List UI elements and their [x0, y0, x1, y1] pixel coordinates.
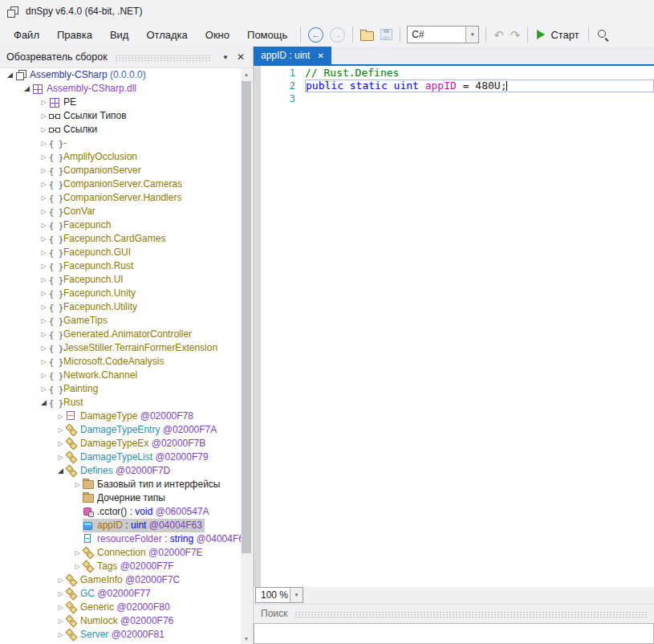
expander-icon[interactable]: ▷ — [55, 614, 66, 628]
tree-row[interactable]: ◢Assembly-CSharp (0.0.0.0) — [0, 68, 253, 82]
tree-row[interactable]: ▷ConVar — [0, 205, 253, 218]
tab-appid[interactable]: appID : uint ✕ — [254, 47, 331, 64]
tree-item-content[interactable]: Painting — [49, 382, 100, 396]
tree-row[interactable]: ▷Microsoft.CodeAnalysis — [0, 355, 253, 369]
expander-icon[interactable]: ▷ — [72, 560, 83, 573]
navigate-forward-button[interactable]: → — [327, 25, 348, 44]
tree-row[interactable]: ▷Generated.AnimatorController — [0, 328, 253, 341]
panel-drag-texture[interactable] — [295, 611, 648, 618]
expander-icon[interactable]: ▷ — [55, 573, 66, 587]
scrollbar-thumb[interactable] — [242, 81, 251, 553]
expander-icon[interactable]: ◢ — [39, 396, 49, 410]
tree-row[interactable]: ▷Facepunch.Rust — [0, 259, 253, 273]
expander-icon[interactable]: ◢ — [55, 464, 66, 478]
tree-item-content[interactable]: Facepunch.CardGames — [49, 232, 168, 246]
code-editor[interactable]: 1// Rust.Defines2public static uint appI… — [254, 66, 654, 587]
tree-item-content[interactable]: Assembly-CSharp.dll — [32, 82, 139, 96]
expander-icon[interactable]: ▷ — [39, 123, 49, 137]
tree-row[interactable]: ▷JesseStiller.TerrainFormerExtension — [0, 341, 253, 355]
expander-icon[interactable]: ▷ — [55, 437, 66, 450]
tree-item-content[interactable]: CompanionServer — [49, 164, 144, 177]
tree-item-content[interactable]: DamageTypeEntry @02000F7A — [66, 423, 219, 437]
tree-row[interactable]: ▷GameInfo @02000F7C — [0, 573, 253, 587]
tree-row[interactable]: ▷PE — [0, 96, 253, 109]
tree-row[interactable]: ▷Painting — [0, 382, 253, 396]
expander-icon[interactable]: ▷ — [55, 450, 66, 464]
tree-item-content[interactable]: Numlock @02000F76 — [66, 614, 176, 628]
tree-row[interactable]: ▷DamageTypeEntry @02000F7A — [0, 423, 253, 437]
open-file-button[interactable] — [357, 25, 377, 44]
expander-icon[interactable]: ▷ — [55, 628, 66, 642]
tree-item-content[interactable]: Ссылки — [49, 123, 100, 137]
expander-icon[interactable]: ▷ — [39, 191, 49, 205]
expander-icon[interactable]: ▷ — [55, 410, 66, 423]
expander-icon[interactable]: ▷ — [39, 287, 49, 300]
tree-row[interactable]: ▷Facepunch.Utility — [0, 300, 253, 314]
expander-icon[interactable]: ▷ — [39, 314, 49, 328]
tree-item-content[interactable]: Generic @02000F80 — [66, 601, 173, 614]
expander-icon[interactable]: ▷ — [39, 328, 49, 341]
tree-item-content[interactable]: appID : uint @04004F63 — [83, 519, 205, 532]
tree-item-content[interactable]: CompanionServer.Handlers — [49, 191, 184, 205]
tree-row[interactable]: ▷DamageType @02000F78 — [0, 410, 253, 423]
tree-item-content[interactable]: Network.Channel — [49, 369, 140, 382]
tree-item-content[interactable]: Defines @02000F7D — [66, 464, 173, 478]
expander-icon[interactable]: ◢ — [5, 68, 15, 82]
tree-row[interactable]: ▷CompanionServer.Handlers — [0, 191, 253, 205]
menu-item-Файл[interactable]: Файл — [5, 26, 48, 44]
tab-close-icon[interactable]: ✕ — [317, 51, 323, 60]
code-line[interactable]: 2public static uint appID = 480U; — [254, 79, 654, 92]
expander-icon[interactable]: ▷ — [55, 423, 66, 437]
tree-row[interactable]: ◢Defines @02000F7D — [0, 464, 253, 478]
expander-icon[interactable]: ▷ — [39, 355, 49, 369]
expander-icon[interactable]: ▷ — [72, 478, 83, 491]
expander-icon[interactable]: ▷ — [39, 164, 49, 177]
tree-item-content[interactable]: resourceFolder : string @04004F64 — [83, 532, 252, 546]
tree-item-content[interactable]: Connection @02000F7E — [83, 546, 205, 560]
chevron-down-icon[interactable]: ▼ — [465, 26, 478, 43]
tree-scrollbar[interactable]: ▲ ▼ — [241, 68, 252, 644]
tree-item-content[interactable]: DamageTypeList @02000F79 — [66, 450, 211, 464]
code-text[interactable] — [305, 92, 654, 105]
tree-item-content[interactable]: Facepunch.Unity — [49, 287, 138, 300]
tree-item-content[interactable]: Facepunch.UI — [49, 273, 126, 287]
navigate-back-button[interactable]: ← — [305, 25, 327, 44]
tree-row[interactable]: ▷CompanionServer.Cameras — [0, 177, 253, 191]
tree-item-content[interactable]: Базовый тип и интерфейсы — [83, 478, 222, 491]
tree-row[interactable]: ▷DamageTypeList @02000F79 — [0, 450, 253, 464]
tree-item-content[interactable]: Rust — [49, 396, 86, 410]
code-text[interactable]: public static uint appID = 480U; — [305, 79, 654, 92]
tree-row[interactable]: .cctor() : void @0600547A — [0, 505, 253, 519]
tree-row[interactable]: appID : uint @04004F63 — [0, 519, 253, 532]
tree-row[interactable]: ▷Generic @02000F80 — [0, 601, 253, 614]
tree-row[interactable]: ▷Network.Channel — [0, 369, 253, 382]
tree-row[interactable]: ▷- — [0, 137, 253, 150]
tree-row[interactable]: ▷Facepunch.Unity — [0, 287, 253, 300]
menu-item-Отладка[interactable]: Отладка — [137, 26, 196, 44]
tree-row[interactable]: resourceFolder : string @04004F64 — [0, 532, 253, 546]
tree-item-content[interactable]: DamageTypeEx @02000F7B — [66, 437, 208, 450]
tree-item-content[interactable]: JesseStiller.TerrainFormerExtension — [49, 341, 220, 355]
expander-icon[interactable]: ▷ — [55, 587, 66, 601]
scroll-up-icon[interactable]: ▲ — [241, 68, 252, 79]
expander-icon[interactable]: ▷ — [39, 382, 49, 396]
tree-row[interactable]: ▷Ссылки Типов — [0, 109, 253, 123]
tree-item-content[interactable]: Tags @02000F7F — [83, 560, 177, 573]
tree-item-content[interactable]: Facepunch.GUI — [49, 246, 133, 259]
tree-item-content[interactable]: Server @02000F81 — [66, 628, 167, 642]
tree-item-content[interactable]: Facepunch.Utility — [49, 300, 140, 314]
tree-item-content[interactable]: DamageType @02000F78 — [66, 410, 196, 423]
code-text[interactable]: // Rust.Defines — [305, 67, 654, 79]
tree-row[interactable]: ◢Assembly-CSharp.dll — [0, 82, 253, 96]
tree-item-content[interactable]: Generated.AnimatorController — [49, 328, 194, 341]
tree-row[interactable]: ▷Facepunch.UI — [0, 273, 253, 287]
expander-icon[interactable]: ▷ — [39, 341, 49, 355]
tree-item-content[interactable]: GC @02000F77 — [66, 587, 153, 601]
panel-close-icon[interactable]: ✕ — [234, 51, 248, 63]
expander-icon[interactable]: ▷ — [39, 259, 49, 273]
tree-item-content[interactable]: Дочерние типы — [83, 491, 168, 505]
tree-row[interactable]: ▷Facepunch.CardGames — [0, 232, 253, 246]
tree-row[interactable]: Дочерние типы — [0, 491, 253, 505]
tree-item-content[interactable]: Assembly-CSharp (0.0.0.0) — [15, 68, 148, 82]
tree-item-content[interactable]: PE — [49, 96, 79, 109]
